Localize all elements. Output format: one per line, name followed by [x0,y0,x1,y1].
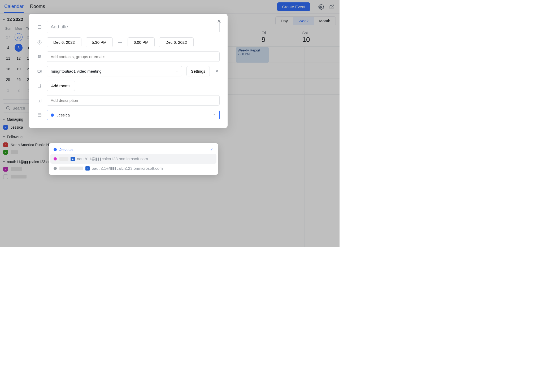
calendar-color-dot [54,167,57,170]
video-icon [37,69,42,74]
create-event-modal: Dec 6, 2022 5:30 PM — 6:00 PM Dec 6, 202… [29,14,228,128]
start-time-button[interactable]: 5:30 PM [86,37,113,47]
add-rooms-button[interactable]: Add rooms [47,81,75,91]
video-meeting-value: mingritoutiao1 video meeting [51,69,102,73]
redacted-label [59,157,68,161]
remove-video-button[interactable]: ✕ [214,69,220,74]
attendees-input[interactable] [47,51,220,62]
chevron-down-icon: ⌄ [176,69,178,73]
description-icon [37,98,42,103]
calendar-dropdown: Jessica ✓ E oauth11@▮▮▮calcn123.onmicros… [49,143,218,175]
close-button[interactable] [216,19,222,24]
video-meeting-select[interactable]: mingritoutiao1 video meeting ⌄ [47,66,182,76]
dropdown-option-label: Jessica [59,147,73,152]
description-input[interactable] [47,95,220,106]
clock-icon [37,40,42,45]
svg-rect-10 [38,70,40,72]
time-separator: — [117,40,123,45]
svg-point-9 [40,55,41,56]
end-date-button[interactable]: Dec 6, 2022 [159,37,194,47]
calendar-color-dot [51,114,54,117]
calendar-select-value: Jessica [56,113,70,117]
video-settings-button[interactable]: Settings [186,66,210,76]
people-icon [37,54,42,59]
calendar-color-dot [54,157,57,160]
event-title-input[interactable] [47,21,220,33]
exchange-badge-icon: E [71,157,75,161]
close-icon [216,19,222,24]
rooms-icon [37,84,42,88]
calendar-select[interactable]: Jessica ⌄ [47,110,220,120]
chevron-up-icon: ⌄ [213,113,216,117]
dropdown-option-email: oauth11@▮▮▮calcn123.onmicrosoft.com [77,156,148,161]
dropdown-option-exchange-1[interactable]: E oauth11@▮▮▮calcn123.onmicrosoft.com [50,154,216,164]
svg-rect-19 [38,114,41,116]
calendar-color-dot [54,148,57,151]
title-icon [37,25,42,29]
svg-rect-12 [38,84,40,88]
dropdown-option-jessica[interactable]: Jessica ✓ [50,145,216,154]
svg-rect-6 [38,25,41,29]
check-icon: ✓ [210,147,213,152]
redacted-label [59,167,83,170]
dropdown-option-email: oauth11@▮▮▮calcn123.onmicrosoft.com [92,166,163,171]
calendar-select-icon [37,113,42,117]
dropdown-option-exchange-2[interactable]: E oauth11@▮▮▮calcn123.onmicrosoft.com [50,164,216,173]
end-time-button[interactable]: 6:00 PM [128,37,155,47]
svg-point-8 [38,55,40,56]
exchange-badge-icon: E [85,166,90,171]
start-date-button[interactable]: Dec 6, 2022 [47,37,81,47]
